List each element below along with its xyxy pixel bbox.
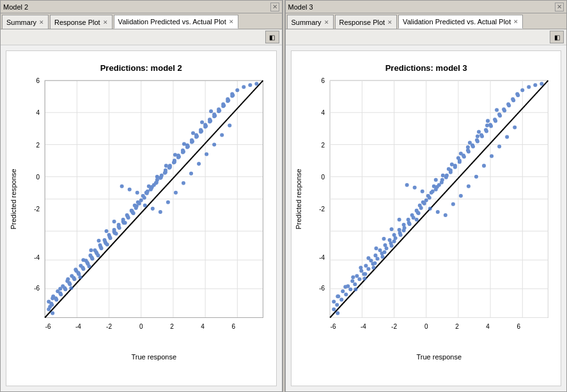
svg-point-362 — [373, 261, 377, 265]
model2-tab-validation-close[interactable]: ✕ — [229, 19, 234, 25]
svg-text:-2: -2 — [34, 206, 40, 213]
model3-chart: Predictions: model 3 — [291, 50, 562, 386]
svg-point-122 — [94, 250, 98, 254]
svg-text:4: 4 — [486, 323, 490, 330]
model3-expand-button[interactable]: ◧ — [550, 31, 564, 43]
svg-point-251 — [359, 269, 363, 273]
svg-point-169 — [128, 188, 132, 192]
svg-point-344 — [366, 256, 370, 260]
svg-point-326 — [540, 82, 543, 86]
svg-text:2: 2 — [321, 142, 325, 149]
svg-point-233 — [401, 223, 405, 227]
svg-point-174 — [174, 191, 178, 195]
svg-point-116 — [108, 235, 112, 239]
svg-point-179 — [89, 248, 93, 252]
svg-point-279 — [457, 160, 461, 164]
svg-text:-2: -2 — [106, 323, 112, 330]
model2-tab-response-close[interactable]: ✕ — [103, 19, 108, 26]
model3-title-bar: Model 3 ✕ — [286, 1, 567, 13]
svg-point-272 — [411, 216, 415, 220]
svg-point-157 — [209, 109, 213, 113]
svg-point-288 — [375, 257, 379, 260]
svg-point-332 — [412, 186, 416, 190]
svg-point-324 — [527, 85, 531, 89]
svg-point-162 — [254, 82, 258, 86]
svg-point-167 — [136, 191, 139, 195]
svg-point-188 — [228, 124, 231, 128]
svg-point-104 — [135, 204, 139, 208]
svg-point-154 — [87, 264, 91, 268]
model2-tab-summary[interactable]: Summary ✕ — [2, 15, 49, 29]
svg-point-360 — [382, 250, 386, 254]
svg-point-183 — [74, 268, 77, 271]
svg-point-148 — [114, 232, 118, 236]
svg-point-235 — [397, 228, 401, 232]
svg-point-111 — [163, 171, 167, 175]
svg-point-249 — [364, 264, 368, 268]
svg-point-287 — [476, 140, 479, 144]
model3-tab-validation-close[interactable]: ✕ — [513, 19, 518, 25]
model2-svg: Predictions: model 2 — [6, 51, 276, 386]
svg-point-159 — [235, 88, 239, 92]
svg-point-161 — [248, 83, 252, 87]
svg-point-302 — [344, 292, 348, 296]
svg-point-331 — [435, 210, 439, 214]
svg-point-139 — [226, 99, 229, 103]
svg-point-335 — [451, 202, 454, 206]
svg-point-171 — [120, 185, 124, 188]
svg-point-138 — [58, 291, 62, 295]
svg-text:2: 2 — [455, 323, 459, 330]
svg-point-150 — [105, 243, 109, 246]
svg-point-275 — [448, 170, 452, 174]
model2-tab-summary-close[interactable]: ✕ — [39, 19, 44, 26]
svg-point-253 — [355, 274, 359, 278]
svg-point-186 — [220, 133, 224, 137]
svg-point-271 — [439, 181, 443, 185]
svg-text:6: 6 — [231, 323, 235, 330]
svg-point-187 — [58, 287, 62, 290]
svg-point-177 — [97, 239, 101, 243]
svg-point-315 — [467, 141, 471, 145]
model3-chart-title: Predictions: model 3 — [385, 63, 467, 73]
svg-text:4: 4 — [201, 323, 205, 330]
svg-point-166 — [143, 204, 147, 207]
svg-text:0: 0 — [36, 174, 40, 181]
svg-point-189 — [50, 297, 54, 301]
svg-point-304 — [339, 298, 343, 302]
svg-point-108 — [126, 215, 130, 218]
model2-expand-button[interactable]: ◧ — [265, 31, 279, 43]
model3-y-label: Predicted response — [295, 169, 302, 230]
model2-tab-validation[interactable]: Validation Predicted vs. Actual Plot ✕ — [114, 15, 238, 29]
model3-tab-response[interactable]: Response Plot ✕ — [335, 15, 398, 29]
svg-point-322 — [353, 287, 357, 291]
model3-tab-response-close[interactable]: ✕ — [387, 19, 392, 26]
svg-point-182 — [205, 153, 208, 156]
model3-toolbar: ◧ — [286, 29, 567, 45]
svg-point-176 — [182, 181, 185, 185]
svg-text:0: 0 — [424, 323, 428, 330]
svg-point-158 — [69, 286, 73, 290]
svg-point-352 — [336, 295, 339, 299]
model2-tab-response[interactable]: Response Plot ✕ — [50, 15, 113, 29]
svg-point-185 — [66, 277, 70, 281]
svg-point-170 — [159, 210, 162, 214]
model3-tab-summary[interactable]: Summary ✕ — [287, 15, 334, 29]
model2-title: Model 2 — [3, 3, 28, 11]
svg-point-343 — [482, 164, 486, 168]
model3-tab-summary-close[interactable]: ✕ — [324, 19, 329, 26]
svg-point-117 — [176, 156, 180, 160]
svg-point-173 — [113, 220, 116, 223]
model3-close-button[interactable]: ✕ — [555, 3, 564, 11]
svg-point-293 — [489, 124, 493, 128]
model3-x-label: True response — [416, 353, 462, 361]
svg-point-128 — [81, 266, 84, 269]
model3-tab-bar: Summary ✕ Response Plot ✕ Validation Pre… — [286, 13, 567, 29]
svg-point-149 — [173, 153, 177, 157]
svg-text:0: 0 — [321, 174, 325, 181]
model2-close-button[interactable]: ✕ — [270, 3, 279, 11]
svg-point-359 — [465, 146, 469, 149]
svg-point-300 — [348, 287, 352, 291]
svg-point-120 — [99, 245, 103, 249]
svg-point-175 — [105, 229, 109, 233]
model3-tab-validation[interactable]: Validation Predicted vs. Actual Plot ✕ — [398, 15, 523, 29]
